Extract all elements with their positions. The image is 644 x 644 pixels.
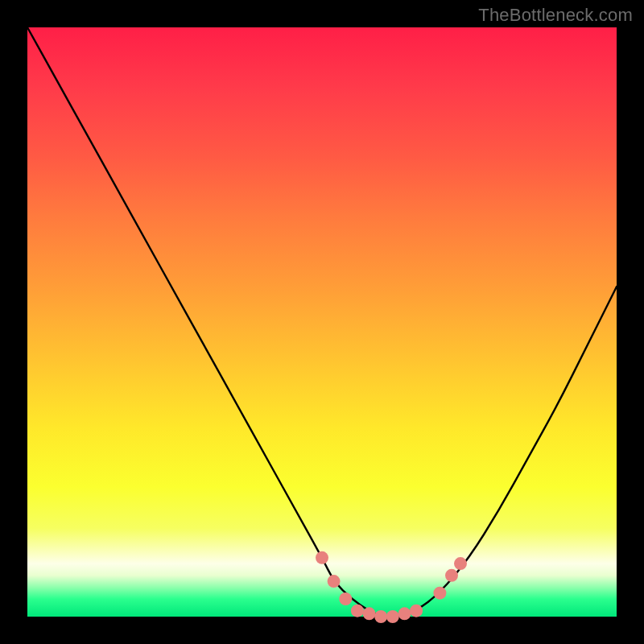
highlight-dot [398, 607, 411, 620]
bottleneck-curve [27, 27, 617, 617]
plot-area [27, 27, 617, 617]
highlight-dot [433, 587, 446, 600]
highlight-dot [410, 605, 423, 617]
highlight-dot [454, 557, 467, 570]
highlight-dot [339, 592, 352, 605]
highlight-dot [351, 605, 364, 617]
curve-layer [27, 27, 617, 617]
highlight-dot [328, 575, 341, 588]
chart-frame: TheBottleneck.com [0, 0, 644, 644]
watermark-text: TheBottleneck.com [478, 5, 633, 26]
highlight-dot [363, 607, 376, 620]
highlight-dot [316, 551, 328, 564]
highlight-dot [386, 610, 399, 623]
highlight-dot [445, 569, 458, 582]
highlight-dot [374, 610, 387, 623]
